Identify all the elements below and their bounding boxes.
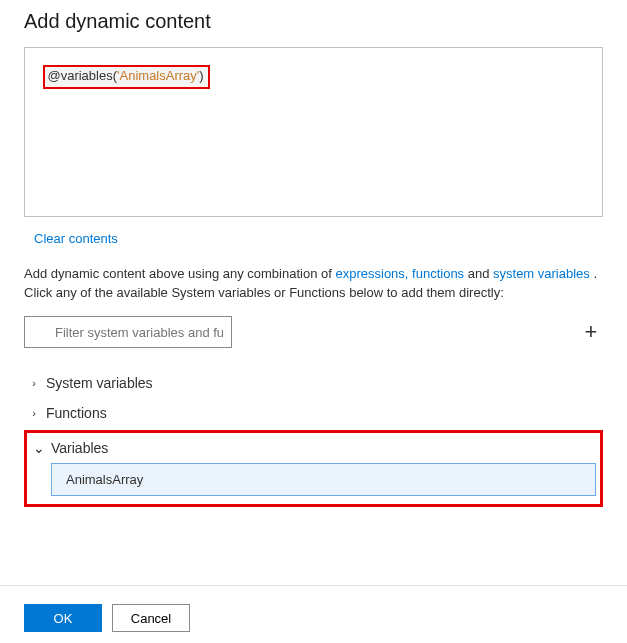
helper-pre: Add dynamic content above using any comb… xyxy=(24,266,335,281)
filter-input[interactable] xyxy=(24,316,232,348)
helper-mid: and xyxy=(464,266,493,281)
expression-editor[interactable]: @variables('AnimalsArray') xyxy=(24,47,603,217)
variables-label: Variables xyxy=(51,440,108,456)
token-at: @ xyxy=(47,68,60,83)
token-string: 'AnimalsArray' xyxy=(117,68,199,83)
helper-text: Add dynamic content above using any comb… xyxy=(24,264,603,302)
clear-contents-link[interactable]: Clear contents xyxy=(34,231,118,246)
token-function: variables xyxy=(61,68,113,83)
chevron-right-icon: › xyxy=(28,407,40,419)
ok-button[interactable]: OK xyxy=(24,604,102,632)
footer-bar: OK Cancel xyxy=(0,586,627,643)
system-variables-section[interactable]: › System variables xyxy=(24,368,603,398)
functions-label: Functions xyxy=(46,405,107,421)
token-close-paren: ) xyxy=(199,68,203,83)
variable-item-animalsarray[interactable]: AnimalsArray xyxy=(51,463,596,496)
expression-text: @variables('AnimalsArray') xyxy=(43,65,209,89)
expressions-functions-link[interactable]: expressions, functions xyxy=(335,266,464,281)
variables-group-highlight: ⌄ Variables AnimalsArray xyxy=(24,430,603,507)
system-variables-label: System variables xyxy=(46,375,153,391)
tree-view: › System variables › Functions ⌄ Variabl… xyxy=(24,368,603,507)
system-variables-link[interactable]: system variables xyxy=(493,266,590,281)
page-title: Add dynamic content xyxy=(24,10,603,33)
add-button[interactable]: + xyxy=(579,321,603,343)
chevron-down-icon: ⌄ xyxy=(33,440,45,456)
cancel-button[interactable]: Cancel xyxy=(112,604,190,632)
variables-section[interactable]: ⌄ Variables xyxy=(31,435,596,463)
chevron-right-icon: › xyxy=(28,377,40,389)
functions-section[interactable]: › Functions xyxy=(24,398,603,428)
